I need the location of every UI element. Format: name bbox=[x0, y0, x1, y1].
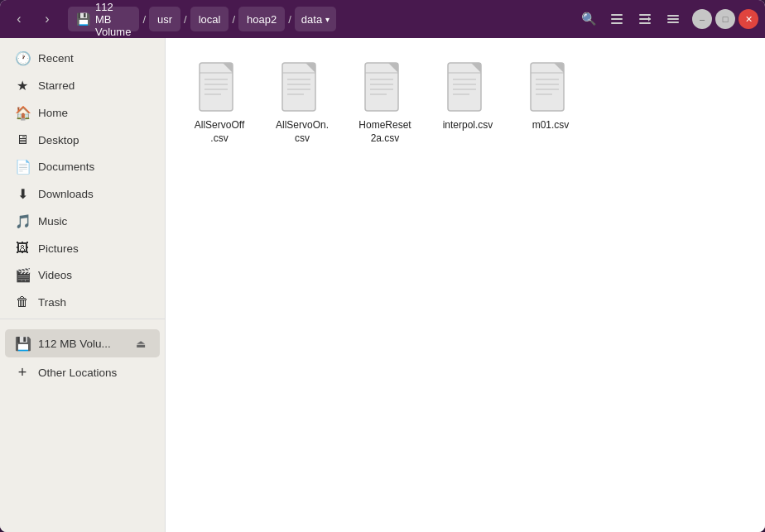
file-icon bbox=[527, 61, 574, 114]
plus-icon: + bbox=[15, 364, 30, 381]
svg-rect-9 bbox=[667, 22, 679, 23]
breadcrumb-usr-label: usr bbox=[157, 13, 172, 26]
home-icon: 🏠 bbox=[15, 105, 30, 121]
sidebar-label-other-locations: Other Locations bbox=[38, 367, 150, 379]
csv-file-icon bbox=[445, 61, 491, 114]
eject-button[interactable]: ⏏ bbox=[132, 334, 150, 352]
file-icon bbox=[196, 61, 243, 114]
sidebar-item-volume[interactable]: 💾 112 MB Volu... ⏏ bbox=[5, 329, 160, 357]
csv-file-icon bbox=[279, 61, 325, 114]
window-controls: – □ ✕ bbox=[692, 9, 758, 29]
file-icon bbox=[445, 61, 491, 114]
breadcrumb-sep-2: / bbox=[182, 13, 189, 26]
svg-rect-5 bbox=[639, 22, 651, 24]
breadcrumb-sep-3: / bbox=[230, 13, 237, 26]
csv-file-icon bbox=[196, 61, 243, 114]
svg-rect-0 bbox=[611, 14, 623, 16]
breadcrumb-local-label: local bbox=[199, 13, 221, 26]
drive-icon: 💾 bbox=[76, 12, 90, 26]
file-icon bbox=[362, 61, 408, 114]
svg-rect-38 bbox=[531, 63, 564, 111]
svg-rect-17 bbox=[282, 63, 315, 111]
sidebar-label-home: Home bbox=[38, 107, 150, 119]
downloads-icon: ⬇ bbox=[15, 186, 30, 202]
recent-icon: 🕐 bbox=[15, 50, 30, 66]
videos-icon: 🎬 bbox=[15, 267, 30, 283]
svg-rect-7 bbox=[667, 15, 679, 17]
svg-rect-24 bbox=[365, 63, 398, 111]
breadcrumb-data-label: data bbox=[301, 13, 322, 26]
sidebar-label-videos: Videos bbox=[38, 269, 150, 281]
svg-rect-8 bbox=[667, 18, 679, 20]
breadcrumb-hoap2[interactable]: hoap2 bbox=[238, 7, 285, 31]
file-name: HomeReset 2a.csv bbox=[353, 119, 417, 145]
svg-rect-1 bbox=[611, 18, 623, 20]
hamburger-icon bbox=[666, 12, 680, 26]
sidebar-label-desktop: Desktop bbox=[38, 134, 150, 146]
main-area: 🕐 Recent ★ Starred 🏠 Home 🖥 Desktop 📄 Do… bbox=[0, 38, 765, 532]
sidebar-label-trash: Trash bbox=[38, 296, 150, 309]
file-name: AllServoOff .csv bbox=[187, 119, 252, 145]
sidebar-item-recent[interactable]: 🕐 Recent bbox=[5, 46, 160, 71]
file-manager-window: ‹ › 💾 112 MB Volume / usr / local / hoap… bbox=[0, 0, 765, 532]
breadcrumb-hoap2-label: hoap2 bbox=[247, 13, 277, 26]
view-list-icon bbox=[610, 12, 623, 26]
svg-rect-2 bbox=[611, 22, 623, 24]
svg-rect-10 bbox=[200, 63, 233, 111]
starred-icon: ★ bbox=[15, 78, 30, 93]
nav-back-button[interactable]: ‹ bbox=[7, 7, 31, 31]
menu-button[interactable] bbox=[661, 7, 686, 31]
file-name: m01.csv bbox=[532, 119, 570, 132]
sidebar-item-documents[interactable]: 📄 Documents bbox=[5, 154, 160, 180]
search-button[interactable]: 🔍 bbox=[576, 7, 601, 31]
sidebar-item-desktop[interactable]: 🖥 Desktop bbox=[5, 127, 160, 152]
view-toggle-button[interactable] bbox=[633, 7, 657, 31]
volume-icon: 💾 bbox=[15, 336, 30, 352]
sidebar-label-downloads: Downloads bbox=[38, 188, 150, 200]
sidebar-item-starred[interactable]: ★ Starred bbox=[5, 73, 160, 98]
breadcrumb: 💾 112 MB Volume / usr / local / hoap2 / … bbox=[68, 7, 336, 31]
pictures-icon: 🖼 bbox=[15, 241, 30, 256]
sidebar-item-downloads[interactable]: ⬇ Downloads bbox=[5, 181, 160, 207]
file-icon bbox=[279, 61, 325, 114]
breadcrumb-volume[interactable]: 💾 112 MB Volume bbox=[68, 7, 139, 31]
list-item[interactable]: HomeReset 2a.csv bbox=[348, 55, 422, 151]
list-item[interactable]: AllServoOn. csv bbox=[265, 55, 339, 151]
view-toggle-icon bbox=[638, 12, 652, 26]
csv-file-icon bbox=[362, 61, 408, 114]
desktop-icon: 🖥 bbox=[15, 132, 30, 147]
sidebar-item-other-locations[interactable]: + Other Locations bbox=[5, 359, 160, 386]
breadcrumb-sep-4: / bbox=[286, 13, 293, 26]
sidebar-item-pictures[interactable]: 🖼 Pictures bbox=[5, 236, 160, 261]
file-name: AllServoOn. csv bbox=[270, 119, 334, 145]
minimize-button[interactable]: – bbox=[692, 9, 712, 29]
list-item[interactable]: m01.csv bbox=[513, 55, 588, 151]
music-icon: 🎵 bbox=[15, 213, 30, 229]
list-item[interactable]: AllServoOff .csv bbox=[182, 55, 257, 151]
chevron-down-icon: ▾ bbox=[325, 15, 330, 24]
sidebar-label-documents: Documents bbox=[38, 161, 150, 173]
view-list-button[interactable] bbox=[604, 7, 629, 31]
sidebar-label-volume: 112 MB Volu... bbox=[38, 338, 123, 350]
svg-rect-31 bbox=[448, 63, 481, 111]
nav-forward-button[interactable]: › bbox=[35, 7, 60, 31]
maximize-button[interactable]: □ bbox=[715, 9, 735, 29]
breadcrumb-data[interactable]: data ▾ bbox=[295, 7, 336, 31]
sidebar-label-music: Music bbox=[38, 215, 150, 228]
sidebar-item-trash[interactable]: 🗑 Trash bbox=[5, 290, 160, 314]
close-button[interactable]: ✕ bbox=[739, 9, 758, 29]
breadcrumb-volume-label: 112 MB Volume bbox=[95, 1, 131, 38]
sidebar-item-music[interactable]: 🎵 Music bbox=[5, 208, 160, 234]
svg-marker-6 bbox=[648, 17, 651, 22]
file-grid: AllServoOff .csv bbox=[182, 55, 748, 151]
sidebar: 🕐 Recent ★ Starred 🏠 Home 🖥 Desktop 📄 Do… bbox=[0, 38, 166, 532]
sidebar-item-home[interactable]: 🏠 Home bbox=[5, 100, 160, 126]
file-name: interpol.csv bbox=[443, 119, 493, 132]
breadcrumb-usr[interactable]: usr bbox=[149, 7, 180, 31]
documents-icon: 📄 bbox=[15, 159, 30, 175]
sidebar-item-videos[interactable]: 🎬 Videos bbox=[5, 262, 160, 288]
file-area: AllServoOff .csv bbox=[166, 38, 765, 532]
breadcrumb-local[interactable]: local bbox=[190, 7, 229, 31]
list-item[interactable]: interpol.csv bbox=[431, 55, 505, 151]
sidebar-label-pictures: Pictures bbox=[38, 242, 150, 255]
